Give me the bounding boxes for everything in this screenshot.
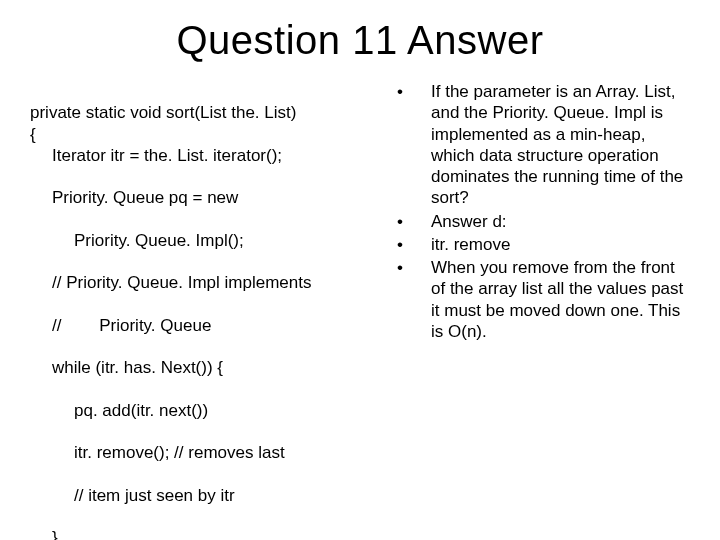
- content-columns: private static void sort(List the. List)…: [30, 81, 690, 540]
- code-line: pq. add(itr. next()): [30, 400, 375, 421]
- code-line: Iterator itr = the. List. iterator();: [30, 145, 375, 166]
- code-line: itr. remove(); // removes last: [30, 442, 375, 463]
- code-line: // Priority. Queue. Impl implements: [30, 272, 375, 293]
- code-line: {: [30, 125, 36, 144]
- bullet-item: • When you remove from the front of the …: [393, 257, 690, 342]
- code-line: private static void sort(List the. List): [30, 103, 296, 122]
- code-line: // Priority. Queue: [30, 315, 375, 336]
- bullet-dot-icon: •: [393, 81, 431, 209]
- bullet-dot-icon: •: [393, 234, 431, 255]
- bullet-dot-icon: •: [393, 257, 431, 342]
- bullet-text: If the parameter is an Array. List, and …: [431, 81, 690, 209]
- code-line: Priority. Queue. Impl();: [30, 230, 375, 251]
- code-line: while (itr. has. Next()) {: [30, 357, 375, 378]
- bullets-column: • If the parameter is an Array. List, an…: [393, 81, 690, 540]
- code-line: Priority. Queue pq = new: [30, 187, 375, 208]
- bullet-item: • Answer d:: [393, 211, 690, 232]
- code-block: private static void sort(List the. List)…: [30, 81, 375, 540]
- code-column: private static void sort(List the. List)…: [30, 81, 375, 540]
- bullet-item: • If the parameter is an Array. List, an…: [393, 81, 690, 209]
- slide-title: Question 11 Answer: [30, 18, 690, 63]
- bullet-list: • If the parameter is an Array. List, an…: [393, 81, 690, 342]
- code-line: // item just seen by itr: [30, 485, 375, 506]
- slide: Question 11 Answer private static void s…: [0, 0, 720, 540]
- code-line: }: [30, 527, 375, 540]
- bullet-text: itr. remove: [431, 234, 690, 255]
- bullet-text: Answer d:: [431, 211, 690, 232]
- bullet-text: When you remove from the front of the ar…: [431, 257, 690, 342]
- bullet-item: • itr. remove: [393, 234, 690, 255]
- bullet-dot-icon: •: [393, 211, 431, 232]
